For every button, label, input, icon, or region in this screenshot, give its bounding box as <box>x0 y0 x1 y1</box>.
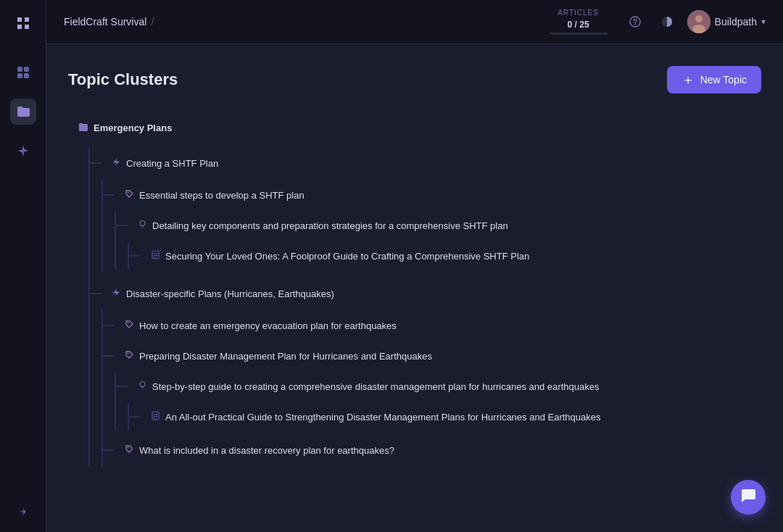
main-content: FieldCraft Survival / ARTICLES 0 / 25 <box>46 0 783 532</box>
header-actions: Buildpath ▾ <box>624 10 766 33</box>
breadcrumb: FieldCraft Survival / <box>64 16 542 28</box>
h-connector <box>103 355 115 357</box>
subtree-essential: Essential steps to develop a SHTF plan <box>102 180 761 273</box>
tree-row-what-included: What is included in a disaster recovery … <box>103 436 761 464</box>
plus-icon: ＋ <box>682 73 695 86</box>
svg-point-16 <box>140 382 145 387</box>
svg-rect-2 <box>17 73 22 78</box>
document-icon <box>151 250 160 262</box>
node-what-included[interactable]: What is included in a disaster recovery … <box>115 439 405 461</box>
tree-row-how-to-create: How to create an emergency evacuation pl… <box>103 312 761 339</box>
tree-row-creating-shtf: Creating a SHTF Plan <box>90 149 761 177</box>
svg-point-14 <box>128 323 129 324</box>
svg-rect-1 <box>24 67 29 72</box>
tag-icon <box>125 350 134 362</box>
subtree-stepbystep: Step-by-step guide to creating a compreh… <box>115 373 761 431</box>
node-all-out-practical[interactable]: An All-out Practical Guide to Strengthen… <box>141 406 611 428</box>
help-button[interactable] <box>624 10 647 33</box>
user-menu-chevron: ▾ <box>761 17 766 27</box>
sidebar <box>0 0 46 532</box>
tag-icon <box>125 444 134 456</box>
h-connector <box>129 416 141 417</box>
subtree-disaster: How to create an emergency evacuation pl… <box>102 310 761 467</box>
tree-row-essential: Essential steps to develop a SHTF plan <box>103 181 761 209</box>
tree-row-disaster-specific: Disaster-specific Plans (Hurricanes, Ear… <box>90 280 761 307</box>
h-connector <box>116 225 128 226</box>
articles-value: 0 / 25 <box>568 20 589 30</box>
node-emergency-plans[interactable]: Emergency Plans <box>68 117 182 139</box>
tree-row-preparing-disaster: Preparing Disaster Management Plan for H… <box>103 342 761 370</box>
bolt-icon <box>112 157 121 169</box>
theme-toggle-button[interactable] <box>655 10 679 33</box>
folder-icon <box>78 122 88 134</box>
svg-point-7 <box>692 25 705 33</box>
node-label: Securing Your Loved Ones: A Foolproof Gu… <box>165 251 529 262</box>
bolt-icon <box>112 288 121 299</box>
node-disaster-specific[interactable]: Disaster-specific Plans (Hurricanes, Ear… <box>102 283 344 304</box>
sidebar-nav <box>10 59 36 488</box>
sidebar-item-folder[interactable] <box>10 99 36 125</box>
node-label: Creating a SHTF Plan <box>126 158 218 169</box>
h-connector <box>90 162 102 164</box>
chat-button[interactable] <box>731 480 766 515</box>
node-securing-loved[interactable]: Securing Your Loved Ones: A Foolproof Gu… <box>141 245 539 267</box>
subtree-securing: Securing Your Loved Ones: A Foolproof Gu… <box>128 242 761 270</box>
tree-row-detailing: Detailing key components and preparation… <box>116 212 761 239</box>
sidebar-bottom <box>17 505 30 522</box>
new-topic-button[interactable]: ＋ New Topic <box>667 66 761 93</box>
tree-row-step-by-step: Step-by-step guide to creating a compreh… <box>116 373 761 400</box>
app-logo[interactable] <box>10 10 36 36</box>
tree-row-securing: Securing Your Loved Ones: A Foolproof Gu… <box>129 242 761 270</box>
topic-tree: Emergency Plans Creating a SHTF Plan <box>68 114 761 467</box>
node-detailing-key[interactable]: Detailing key components and preparation… <box>128 215 518 236</box>
tree-row-all-out: An All-out Practical Guide to Strengthen… <box>129 403 761 431</box>
articles-progress-bar <box>550 33 608 35</box>
user-avatar <box>687 10 710 33</box>
node-essential-steps[interactable]: Essential steps to develop a SHTF plan <box>115 184 315 206</box>
collapse-arrow[interactable] <box>17 505 30 522</box>
h-connector <box>103 449 115 451</box>
user-name: Buildpath <box>715 16 757 28</box>
new-topic-label: New Topic <box>700 74 747 86</box>
content-area: Topic Clusters ＋ New Topic Emergency Pla… <box>46 44 783 532</box>
node-label: Emergency Plans <box>94 122 172 133</box>
sidebar-item-grid[interactable] <box>10 59 36 86</box>
lightbulb-icon <box>138 220 147 231</box>
tag-icon <box>125 320 134 331</box>
page-header: Topic Clusters ＋ New Topic <box>68 66 761 93</box>
svg-point-21 <box>128 447 129 449</box>
tree-row-emergency-plans: Emergency Plans <box>68 114 761 142</box>
h-connector <box>129 255 141 257</box>
node-label: Detailing key components and preparation… <box>152 220 508 231</box>
node-step-by-step[interactable]: Step-by-step guide to creating a compreh… <box>128 375 609 397</box>
tag-icon <box>125 189 134 201</box>
svg-rect-3 <box>24 73 29 78</box>
svg-point-8 <box>128 192 129 194</box>
header: FieldCraft Survival / ARTICLES 0 / 25 <box>46 0 783 44</box>
chat-icon <box>740 486 757 508</box>
subtree-creating: Creating a SHTF Plan <box>88 148 761 467</box>
user-menu[interactable]: Buildpath ▾ <box>687 10 766 33</box>
node-label: How to create an emergency evacuation pl… <box>139 320 397 331</box>
subtree-detailing: Detailing key components and preparation… <box>115 212 761 270</box>
h-connector <box>90 293 102 294</box>
svg-rect-0 <box>17 67 22 72</box>
h-connector <box>103 194 115 196</box>
node-label: Preparing Disaster Management Plan for H… <box>139 351 432 362</box>
svg-point-6 <box>695 15 703 22</box>
node-creating-shtf[interactable]: Creating a SHTF Plan <box>102 152 228 174</box>
node-label: What is included in a disaster recovery … <box>139 445 394 456</box>
h-connector <box>103 325 115 326</box>
page-title: Topic Clusters <box>68 70 178 89</box>
node-preparing-disaster[interactable]: Preparing Disaster Management Plan for H… <box>115 345 442 367</box>
sidebar-item-sparkle[interactable] <box>10 138 36 164</box>
node-label: An All-out Practical Guide to Strengthen… <box>165 412 601 423</box>
svg-point-15 <box>128 353 129 354</box>
node-label: Step-by-step guide to creating a compreh… <box>152 381 599 392</box>
h-connector <box>116 386 128 387</box>
subtree-allout: An All-out Practical Guide to Strengthen… <box>128 403 761 431</box>
node-how-to-create[interactable]: How to create an emergency evacuation pl… <box>115 315 407 336</box>
svg-point-9 <box>140 221 145 226</box>
node-label: Disaster-specific Plans (Hurricanes, Ear… <box>126 288 334 299</box>
node-label: Essential steps to develop a SHTF plan <box>139 190 304 201</box>
